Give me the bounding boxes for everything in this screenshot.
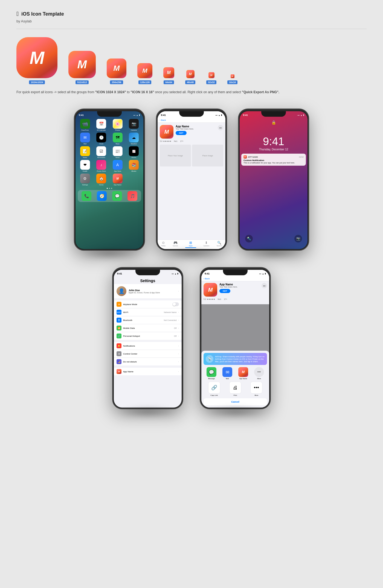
share-back-button[interactable]: ‹ Back: [204, 277, 210, 280]
settings-row-bluetooth[interactable]: B Bluetooth Not Connected ›: [114, 316, 182, 324]
airdrop-text: AirDrop. Share instantly with people nea…: [215, 355, 265, 363]
category-label: No1: [174, 140, 178, 142]
notes-label: Notes: [83, 157, 87, 158]
screenshot-area: Place Your Image Place Image: [160, 145, 223, 166]
phones-row-2: 9:41 ▪▪▪ ▲ ▮ Settings 👤: [16, 267, 367, 409]
home-screen: 9:41 ▪▪▪ ▲ ▮ 📹FaceTime 📅28 Calendar: [76, 111, 143, 249]
settings-row-wifi[interactable]: WiFi Wi-Fi Network Name ›: [114, 308, 182, 316]
appname-settings-label: App Name: [123, 370, 176, 373]
share-app-info: M App Name Your Text Goes Here. GET •••: [201, 281, 269, 304]
wifi-label: Wi-Fi: [123, 311, 162, 314]
get-button[interactable]: GET: [176, 131, 187, 135]
mail-icon: ✉: [80, 133, 90, 142]
settings-row-airplane[interactable]: ✈ Airplane Mode: [114, 300, 182, 308]
notifications-settings-icon: 🔔: [117, 343, 121, 348]
app-cell-home: 🏠Home: [94, 174, 109, 186]
phone-3-shadow: [245, 248, 302, 259]
share-app-appname[interactable]: M App Name: [238, 367, 248, 379]
facetime-icon: 📹: [80, 119, 90, 129]
airplane-toggle[interactable]: [172, 302, 179, 306]
settings-row-hotspot[interactable]: 🔗 Personal Hotspot Off ›: [114, 332, 182, 340]
status-icons-5: ▪▪▪ ▲ ▮: [259, 273, 266, 275]
tab-games[interactable]: 🎮 Games: [173, 241, 178, 248]
app-store-icon: M: [160, 125, 173, 139]
app-icon-1024: M: [16, 37, 57, 78]
settings-row-controlcenter[interactable]: ⊞ Control Center ›: [114, 350, 182, 358]
phone-2-wrap: 9:41 ▪▪▪ ▲ ▮ ‹ Back: [156, 109, 227, 251]
tab-updates[interactable]: ⬇ Updates: [203, 241, 209, 248]
dnd-settings-icon: 🌙: [117, 359, 121, 364]
hotspot-settings-icon: 🔗: [117, 334, 121, 338]
phone-5-wrap: 9:41 ▪▪▪ ▲ ▮ ‹: [200, 267, 271, 409]
wifi-value: Network Name: [164, 311, 176, 313]
notch-2: [179, 111, 204, 117]
cancel-button[interactable]: Cancel: [204, 398, 267, 405]
mobile-label: Mobile Data: [123, 327, 172, 329]
notif-body: This is a notification for your app. You…: [243, 162, 304, 164]
airdrop-icon: 📡: [206, 355, 213, 363]
share-app-more[interactable]: ••• More: [254, 367, 264, 379]
app-info: App Name Your Text Goes Here. GET: [176, 125, 216, 135]
flashlight-icon: 🔦: [245, 235, 253, 242]
back-button[interactable]: ‹ Back: [160, 119, 166, 121]
rating-stars: 5.0 ★★★★★: [160, 140, 171, 142]
clock-label: Clock: [99, 143, 103, 145]
weather-label: Weather: [131, 143, 137, 145]
subtitle: by Asylab: [16, 19, 367, 23]
notch-1: [97, 111, 122, 117]
wifi-settings-icon: WiFi: [117, 310, 121, 315]
more-button[interactable]: •••: [218, 125, 223, 130]
dot-1: [107, 188, 108, 189]
app-icon-48: M: [186, 70, 195, 78]
share-action-print[interactable]: 🖨 Print: [229, 382, 241, 396]
phone-1-wrap: 9:41 ▪▪▪ ▲ ▮ 📹FaceTime 📅28 Calendar: [74, 109, 145, 251]
share-app-messages[interactable]: 💬 Message: [207, 367, 216, 379]
updates-tab-label: Updates: [203, 245, 209, 247]
share-more-dots[interactable]: •••: [262, 283, 267, 288]
appstore-label: App Store: [114, 170, 121, 172]
profile-chevron-icon: ›: [178, 290, 179, 292]
tab-apps[interactable]: ⊞ Apps: [185, 241, 196, 248]
share-action-copylink[interactable]: 🔗 Copy Link: [208, 382, 220, 396]
settings-row-mobile[interactable]: 📶 Mobile Data Off ›: [114, 324, 182, 332]
notif-app-name: APP NAME: [248, 156, 258, 158]
phones-row-1: 9:41 ▪▪▪ ▲ ▮ 📹FaceTime 📅28 Calendar: [16, 109, 367, 251]
settings-row-notifications[interactable]: 🔔 Notifications ›: [114, 342, 182, 350]
settings-row-appname[interactable]: M App Name ›: [114, 368, 182, 375]
bluetooth-label: Bluetooth: [123, 319, 162, 321]
settings-title: Settings: [114, 276, 182, 284]
home-label: Home: [99, 184, 103, 186]
app-cell-health: ❤Health: [78, 160, 92, 172]
tab-search[interactable]: 🔍 Search: [217, 241, 222, 248]
appstore-screen: 9:41 ▪▪▪ ▲ ▮ ‹ Back: [158, 111, 225, 249]
settings-group-1: ✈ Airplane Mode WiFi Wi-Fi Network Name …: [114, 300, 182, 340]
app-header-row: M App Name Your Text Goes Here. GET •••: [160, 125, 223, 139]
notch-3: [261, 111, 286, 117]
settings-profile-row[interactable]: 👤 John Doe Apple ID, iCloud, iTunes & Ap…: [114, 284, 182, 298]
signal-icon-2: ▪▪▪: [216, 114, 217, 116]
phone-dock-icon: 📞: [82, 191, 91, 201]
size-badge-64: 64x64: [164, 80, 174, 84]
notif-header: M APP NAME NOW: [243, 155, 304, 159]
settings-row-dnd[interactable]: 🌙 Do not disturb ›: [114, 358, 182, 365]
print-icon: 🖨: [229, 382, 241, 394]
messages-share-icon: 💬: [207, 367, 216, 377]
appname-icon-home: M: [113, 174, 123, 183]
lock-icon-area: 🔒: [240, 120, 307, 125]
lock-wifi-icon: ▲: [300, 114, 302, 116]
share-app-mail[interactable]: ✉ Mail: [222, 367, 232, 379]
bluetooth-chevron-icon: ›: [178, 319, 179, 321]
copy-link-label: Copy Link: [210, 394, 218, 396]
phone-1-home: 9:41 ▪▪▪ ▲ ▮ 📹FaceTime 📅28 Calendar: [74, 109, 145, 251]
rating-row: 5.0 ★★★★★ No1 17+: [160, 140, 223, 142]
search-tab-label: Search: [217, 245, 222, 247]
lock-screen: 9:41 ▪▪▪ ▲ ▮ 🔒 9:41: [240, 111, 307, 249]
app-cell-reminders: ☑Reminders: [94, 146, 109, 158]
share-get-button[interactable]: GET: [219, 289, 230, 293]
share-rating-row: 5.0 ★★★★★ No1 17+: [204, 298, 267, 300]
appstore-bottom-bar: ⊙ Today 🎮 Games ⊞ Apps: [158, 239, 225, 249]
tab-today[interactable]: ⊙ Today: [161, 241, 166, 248]
share-action-more[interactable]: ••• More: [250, 382, 262, 396]
messages-dock-icon: 💬: [112, 191, 122, 201]
notifications-label: Notifications: [123, 345, 176, 347]
